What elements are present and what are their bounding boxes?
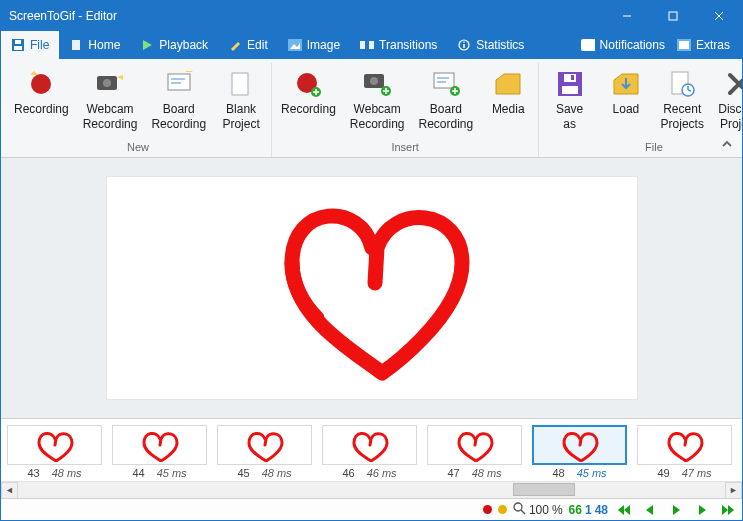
- save-icon: [11, 38, 25, 52]
- board-add-icon: [430, 68, 462, 100]
- webcam-recording-label: Webcam Recording: [83, 102, 138, 132]
- ribbon-collapse-button[interactable]: [718, 135, 736, 153]
- svg-rect-7: [72, 40, 80, 50]
- close-button[interactable]: [696, 1, 742, 31]
- record-icon: [25, 68, 57, 100]
- insert-media-button[interactable]: Media: [480, 63, 536, 137]
- maximize-button[interactable]: [650, 1, 696, 31]
- frame-thumbnail: [217, 425, 312, 465]
- nav-play-button[interactable]: [666, 501, 686, 519]
- menu-spacer: [534, 31, 574, 59]
- image-icon: [288, 38, 302, 52]
- recent-projects-button[interactable]: Recent Projects: [654, 63, 711, 137]
- ribbon-group-new: Recording Webcam Recording Board Recordi…: [5, 63, 272, 157]
- frame-item[interactable]: 48 45 ms: [532, 425, 627, 479]
- save-as-button[interactable]: Save as: [541, 63, 598, 137]
- insert-webcam-button[interactable]: Webcam Recording: [343, 63, 412, 137]
- tab-playback[interactable]: Playback: [130, 31, 218, 59]
- zoom-segment[interactable]: 100 %: [513, 502, 563, 518]
- recent-icon: [666, 68, 698, 100]
- tab-home[interactable]: Home: [59, 31, 130, 59]
- frame-duration: 47 ms: [682, 467, 712, 479]
- frame-item[interactable]: 44 45 ms: [112, 425, 207, 479]
- frames-list[interactable]: 43 48 ms 44 45 ms 45 48 ms 46 46 ms 47: [1, 419, 742, 481]
- svg-marker-56: [673, 505, 680, 515]
- frames-scrollbar[interactable]: ◄ ►: [1, 481, 742, 498]
- tab-statistics[interactable]: Statistics: [447, 31, 534, 59]
- tab-home-label: Home: [88, 38, 120, 52]
- board-recording-button[interactable]: Board Recording: [144, 63, 213, 137]
- tab-file[interactable]: File: [1, 31, 59, 59]
- insert-webcam-label: Webcam Recording: [350, 102, 405, 132]
- frame-item[interactable]: 49 47 ms: [637, 425, 732, 479]
- zoom-value: 100: [529, 503, 549, 517]
- recording-button[interactable]: Recording: [7, 63, 76, 137]
- home-icon: [69, 38, 83, 52]
- svg-rect-42: [562, 86, 578, 94]
- svg-rect-35: [434, 73, 454, 88]
- webcam-add-icon: [361, 68, 393, 100]
- notifications-button[interactable]: Notifications: [575, 31, 671, 59]
- extras-button[interactable]: Extras: [671, 31, 736, 59]
- transitions-icon: [360, 38, 374, 52]
- frame-index: 43: [27, 467, 39, 479]
- frame-item[interactable]: 43 48 ms: [7, 425, 102, 479]
- canvas-frame[interactable]: [107, 177, 637, 399]
- frame-thumbnail: [112, 425, 207, 465]
- svg-rect-25: [232, 73, 248, 95]
- frame-index: 49: [657, 467, 669, 479]
- frame-duration: 46 ms: [367, 467, 397, 479]
- tab-statistics-label: Statistics: [476, 38, 524, 52]
- insert-recording-button[interactable]: Recording: [274, 63, 343, 137]
- svg-marker-57: [699, 505, 706, 515]
- titlebar: ScreenToGif - Editor: [1, 1, 742, 31]
- scroll-track[interactable]: [18, 482, 725, 499]
- ribbon-group-insert: Recording Webcam Recording Board Recordi…: [272, 63, 539, 157]
- menu-strip: File Home Playback Edit Image Transition…: [1, 31, 742, 59]
- save-as-icon: [554, 68, 586, 100]
- tab-playback-label: Playback: [159, 38, 208, 52]
- tab-edit[interactable]: Edit: [218, 31, 278, 59]
- scroll-right-button[interactable]: ►: [725, 482, 742, 499]
- ribbon-group-file: Save as Load Recent Projects Discard Pro…: [539, 63, 743, 157]
- svg-rect-43: [564, 74, 576, 82]
- frame-item[interactable]: 47 48 ms: [427, 425, 522, 479]
- frame-thumbnail: [7, 425, 102, 465]
- extras-label: Extras: [696, 38, 730, 52]
- record-add-icon: [292, 68, 324, 100]
- nav-first-button[interactable]: [614, 501, 634, 519]
- board-icon: [163, 68, 195, 100]
- nav-last-button[interactable]: [718, 501, 738, 519]
- webcam-recording-button[interactable]: Webcam Recording: [76, 63, 145, 137]
- frame-thumbnail: [532, 425, 627, 465]
- scroll-thumb[interactable]: [513, 483, 575, 496]
- notification-icon: [581, 38, 595, 52]
- statusbar: 100 % 66 1 48: [1, 498, 742, 520]
- nav-next-button[interactable]: [692, 501, 712, 519]
- tab-file-label: File: [30, 38, 49, 52]
- tab-image[interactable]: Image: [278, 31, 350, 59]
- recent-projects-label: Recent Projects: [661, 102, 704, 132]
- insert-recording-label: Recording: [281, 102, 336, 117]
- tab-transitions[interactable]: Transitions: [350, 31, 447, 59]
- frame-item[interactable]: 45 48 ms: [217, 425, 312, 479]
- frame-counts: 66 1 48: [569, 503, 608, 517]
- info-icon: [457, 38, 471, 52]
- frame-duration: 48 ms: [472, 467, 502, 479]
- svg-point-31: [370, 77, 378, 85]
- frame-thumbnail: [322, 425, 417, 465]
- discard-project-button[interactable]: Discard Project: [711, 63, 743, 137]
- blank-icon: [225, 68, 257, 100]
- frame-item[interactable]: 46 46 ms: [322, 425, 417, 479]
- load-button[interactable]: Load: [598, 63, 654, 137]
- svg-line-52: [521, 510, 525, 514]
- nav-prev-button[interactable]: [640, 501, 660, 519]
- svg-rect-5: [14, 46, 22, 50]
- insert-board-button[interactable]: Board Recording: [412, 63, 481, 137]
- minimize-button[interactable]: [604, 1, 650, 31]
- blank-project-button[interactable]: Blank Project: [213, 63, 269, 137]
- scroll-left-button[interactable]: ◄: [1, 482, 18, 499]
- webcam-icon: [94, 68, 126, 100]
- load-label: Load: [613, 102, 640, 117]
- frame-thumbnail: [427, 425, 522, 465]
